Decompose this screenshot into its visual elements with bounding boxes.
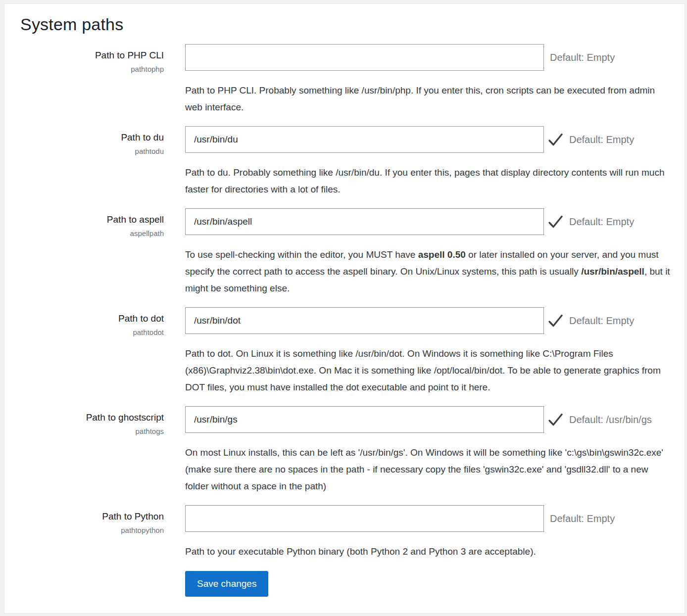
setting-code: pathtophp (16, 65, 164, 73)
description-text: Path to PHP CLI. Probably something like… (185, 85, 655, 112)
label-column: Path to dot pathtodot (16, 307, 164, 396)
control-column: Default: Empty Path to PHP CLI. Probably… (185, 44, 673, 116)
aspellpath-input[interactable] (185, 208, 544, 235)
control-line: Default: Empty (185, 307, 673, 334)
setting-description: To use spell-checking within the editor,… (185, 246, 673, 297)
description-text: Path to dot. On Linux it is something li… (185, 348, 661, 392)
setting-description: Path to your executable Python binary (b… (185, 543, 673, 560)
setting-code: pathtodot (16, 328, 164, 336)
control-column: Default: Empty Path to dot. On Linux it … (185, 307, 673, 396)
control-column: Default: Empty Path to du. Probably some… (185, 126, 673, 198)
control-line: Default: Empty (185, 208, 673, 235)
default-value: Default: Empty (550, 52, 615, 63)
pathtophp-input[interactable] (185, 44, 544, 71)
pathtodu-input[interactable] (185, 126, 544, 153)
setting-label: Path to du (16, 132, 164, 144)
control-line: Default: Empty (185, 126, 673, 153)
description-text: Path to your executable Python binary (b… (185, 546, 536, 557)
setting-row-pathtophp: Path to PHP CLI pathtophp Default: Empty… (16, 44, 673, 116)
setting-code: pathtopython (16, 526, 164, 534)
default-value: Default: Empty (569, 134, 634, 145)
label-column: Path to Python pathtopython (16, 505, 164, 560)
valid-check-icon (548, 314, 563, 328)
default-value: Default: Empty (550, 513, 615, 524)
default-value: Default: /usr/bin/gs (569, 414, 652, 426)
valid-check-icon (548, 413, 563, 426)
pathtodot-input[interactable] (185, 307, 544, 334)
setting-label: Path to ghostscript (16, 412, 164, 424)
setting-code: aspellpath (16, 229, 164, 237)
description-text: On most Linux installs, this can be left… (185, 447, 663, 491)
setting-row-pathtopython: Path to Python pathtopython Default: Emp… (16, 505, 673, 560)
setting-row-pathtogs: Path to ghostscript pathtogs Default: /u… (16, 406, 673, 495)
valid-check-icon (548, 133, 563, 146)
setting-row-pathtodot: Path to dot pathtodot Default: Empty Pat… (16, 307, 673, 396)
setting-label: Path to aspell (16, 214, 164, 226)
setting-code: pathtodu (16, 147, 164, 155)
control-line: Default: Empty (185, 44, 673, 71)
setting-description: Path to dot. On Linux it is something li… (185, 345, 673, 396)
control-column: Default: Empty Path to your executable P… (185, 505, 673, 560)
valid-check-icon (548, 215, 563, 229)
control-column: Save changes (185, 571, 673, 597)
control-line: Default: Empty (185, 505, 673, 532)
default-value: Default: Empty (569, 315, 634, 327)
label-column: Path to aspell aspellpath (16, 208, 164, 297)
save-row: Save changes (16, 571, 673, 597)
control-column: Default: /usr/bin/gs On most Linux insta… (185, 406, 673, 495)
description-text: Path to du. Probably something like /usr… (185, 167, 664, 194)
description-text-bold: aspell 0.50 (418, 249, 466, 260)
setting-row-aspellpath: Path to aspell aspellpath Default: Empty… (16, 208, 673, 297)
setting-description: Path to PHP CLI. Probably something like… (185, 82, 673, 116)
default-value: Default: Empty (569, 216, 634, 228)
control-column: Default: Empty To use spell-checking wit… (185, 208, 673, 297)
description-text: To use spell-checking within the editor,… (185, 249, 418, 260)
label-column: Path to PHP CLI pathtophp (16, 44, 164, 116)
description-text-bold: /usr/bin/aspell (581, 266, 644, 277)
setting-label: Path to PHP CLI (16, 49, 164, 62)
save-changes-button[interactable]: Save changes (185, 571, 268, 597)
setting-code: pathtogs (16, 427, 164, 435)
control-line: Default: /usr/bin/gs (185, 406, 673, 433)
system-paths-page: System paths Path to PHP CLI pathtophp D… (4, 3, 685, 614)
setting-row-pathtodu: Path to du pathtodu Default: Empty Path … (16, 126, 673, 198)
setting-label: Path to dot (16, 313, 164, 325)
setting-description: On most Linux installs, this can be left… (185, 444, 673, 495)
page-title: System paths (20, 15, 673, 34)
label-column: Path to du pathtodu (16, 126, 164, 198)
label-column: Path to ghostscript pathtogs (16, 406, 164, 495)
label-column (16, 571, 164, 597)
pathtopython-input[interactable] (185, 505, 544, 532)
pathtogs-input[interactable] (185, 406, 544, 433)
setting-label: Path to Python (16, 511, 164, 523)
setting-description: Path to du. Probably something like /usr… (185, 164, 673, 198)
